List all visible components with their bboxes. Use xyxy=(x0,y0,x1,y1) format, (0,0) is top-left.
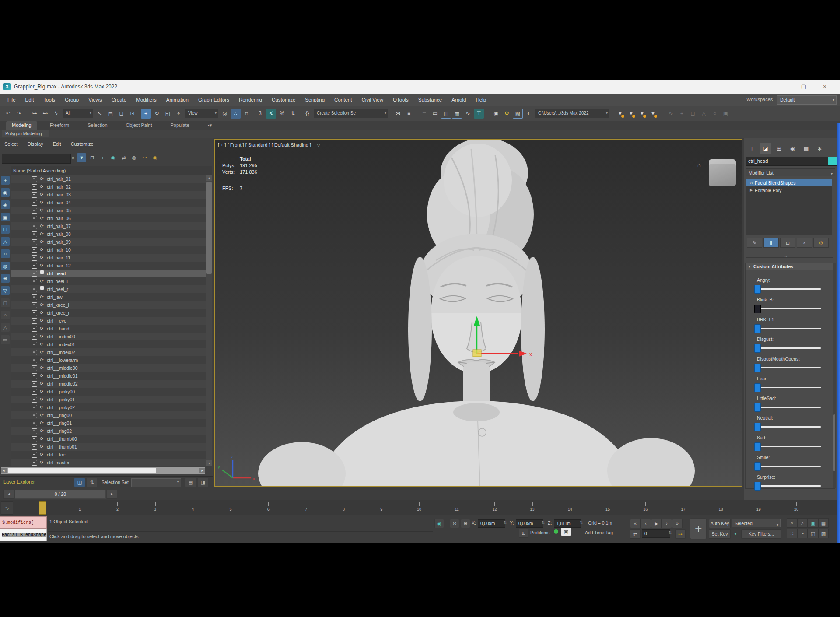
key-mode-toggle-icon[interactable]: ⇄ xyxy=(630,529,640,539)
absolute-mode-icon[interactable]: ⊕ xyxy=(461,519,470,528)
use-pivot-point-center-icon[interactable]: ◎ xyxy=(220,109,230,119)
remove-modifier-button[interactable]: × xyxy=(797,238,812,248)
set-key-button[interactable]: Set Key xyxy=(709,529,731,539)
filter-toggle-2-icon[interactable]: ◉ xyxy=(1,188,10,197)
select-object-icon[interactable]: ↖ xyxy=(94,109,105,119)
list-item[interactable]: ⟳ctrl_l_index01 xyxy=(11,340,206,348)
viewport[interactable]: x x z y [ + ] [ Front ] [ Standard ] [ D… xyxy=(214,139,742,487)
show-end-result-button[interactable]: ‖ xyxy=(763,238,779,248)
rollout-header[interactable]: ▼ Custom Attributes xyxy=(746,263,834,270)
extra-tool-6-icon[interactable]: ▣ xyxy=(721,109,731,119)
problems-label[interactable]: Problems xyxy=(530,530,550,535)
layer-manager-icon[interactable]: ≣ xyxy=(419,109,429,119)
menu-tools[interactable]: Tools xyxy=(38,94,60,106)
object-name-field[interactable]: ctrl_head xyxy=(746,157,828,166)
ribbon-tab-populate[interactable]: Populate xyxy=(164,121,195,130)
filter-toggle-off-3-icon[interactable]: △ xyxy=(1,323,10,332)
field-of-view-icon[interactable]: ◱ xyxy=(808,529,818,538)
attribute-slider[interactable] xyxy=(754,462,821,470)
lock-selection-icon[interactable]: ⊙ xyxy=(450,519,459,528)
ribbon-tab-selection[interactable]: Selection xyxy=(82,121,113,130)
x-spinner[interactable]: ⇅ xyxy=(504,520,507,525)
menu-views[interactable]: Views xyxy=(84,94,106,106)
list-item[interactable]: ctrl_heel_r xyxy=(11,285,206,293)
attribute-slider[interactable] xyxy=(754,324,821,332)
attribute-slider[interactable] xyxy=(754,305,821,312)
render-preset-4-icon[interactable]: ▼ xyxy=(648,109,658,119)
frame-spinner[interactable]: ⇅ xyxy=(668,530,672,535)
menu-create[interactable]: Create xyxy=(107,94,132,106)
make-unique-button[interactable]: ⊡ xyxy=(780,238,795,248)
slider-track[interactable] xyxy=(754,446,821,447)
list-item[interactable]: ⟳ctrl_l_pinky01 xyxy=(11,396,206,403)
slider-handle[interactable] xyxy=(754,344,761,353)
ribbon-tab-modeling[interactable]: Modeling xyxy=(6,121,37,130)
ribbon-tab-object-paint[interactable]: Object Paint xyxy=(120,121,158,130)
list-item[interactable]: ⟳ctrl_l_pinky00 xyxy=(11,388,206,396)
list-item[interactable]: ⟳ctrl_hair_08 xyxy=(11,230,206,238)
zoom-icon[interactable]: ⌕ xyxy=(787,518,797,528)
render-preset-2-icon[interactable]: ▼ xyxy=(626,109,636,119)
filter-toggle-off-4-icon[interactable]: ▭ xyxy=(1,335,10,344)
curve-editor-icon[interactable]: ∿ xyxy=(463,109,473,119)
slider-handle[interactable] xyxy=(754,482,761,491)
mini-curve-editor-icon[interactable]: ∿ xyxy=(1,501,13,515)
key-filters-button[interactable]: Key Filters... xyxy=(741,529,781,539)
home-icon[interactable]: ⌂ xyxy=(697,162,701,168)
panel-scrollbar[interactable] xyxy=(833,263,836,488)
filter-toggle-7-icon[interactable]: ○ xyxy=(1,249,10,258)
slider-handle[interactable] xyxy=(754,423,761,431)
list-item[interactable]: ⟳ctrl_hair_04 xyxy=(11,199,206,207)
explorer-menu-customize[interactable]: Customize xyxy=(71,141,94,147)
render-preset-3-icon[interactable]: ▼ xyxy=(637,109,647,119)
filter-toggle-6-icon[interactable]: △ xyxy=(1,237,10,246)
viewport-label[interactable]: [ + ] [ Front ] [ Standard ] [ Default S… xyxy=(218,142,320,147)
named-selection-sets-dropdown[interactable]: Create Selection Se xyxy=(314,109,388,118)
maxscript-listener-line[interactable]: Facial_BlendShapes xyxy=(0,529,47,541)
snaps-toggle-icon[interactable]: 3 xyxy=(255,109,265,119)
list-item[interactable]: ⟳ctrl_l_ring02 xyxy=(11,427,206,435)
list-item[interactable]: ⟳ctrl_hair_02 xyxy=(11,183,206,191)
list-item[interactable]: ⟳ctrl_hair_10 xyxy=(11,246,206,254)
menu-rendering[interactable]: Rendering xyxy=(234,94,267,106)
filter-toggle-5-icon[interactable]: ◻ xyxy=(1,225,10,234)
slider-track[interactable] xyxy=(754,426,821,428)
slider-track[interactable] xyxy=(754,328,821,329)
attribute-slider[interactable] xyxy=(754,423,821,431)
configure-modifier-sets-button[interactable]: ⚙ xyxy=(813,238,829,248)
explorer-mode-icon[interactable]: ◫ xyxy=(74,478,85,487)
slider-track[interactable] xyxy=(754,485,821,487)
slider-handle[interactable] xyxy=(754,403,761,412)
workspace-dropdown[interactable]: Default ▾ xyxy=(777,95,836,105)
render-setup-icon[interactable]: ⚙ xyxy=(502,109,512,119)
material-editor-icon[interactable]: ◉ xyxy=(491,109,501,119)
reference-coordinate-system-dropdown[interactable]: View xyxy=(185,109,218,118)
filter-toggle-3-icon[interactable]: ◈ xyxy=(1,200,10,209)
modifier-stack-item[interactable]: ▶Editable Poly xyxy=(746,186,832,194)
next-range-icon[interactable]: ► xyxy=(107,490,117,499)
list-item[interactable]: ⟳ctrl_l_ring00 xyxy=(11,411,206,419)
percent-snap-toggle-icon[interactable]: % xyxy=(277,109,287,119)
menu-customize[interactable]: Customize xyxy=(267,94,300,106)
list-item[interactable]: ⟳ctrl_l_pinky02 xyxy=(11,403,206,411)
unlink-selection-icon[interactable]: ⊷ xyxy=(40,109,50,119)
extra-tool-2-icon[interactable]: ＋ xyxy=(677,109,687,119)
selection-filter-dropdown[interactable]: All xyxy=(63,109,93,118)
display-filter-icon[interactable]: ▼ xyxy=(77,153,86,162)
align-icon[interactable]: ≡ xyxy=(404,109,414,119)
z-spinner[interactable]: ⇅ xyxy=(580,520,583,525)
explorer-menu-select[interactable]: Select xyxy=(4,141,18,147)
spinner-snap-toggle-icon[interactable]: ⇅ xyxy=(288,109,298,119)
lightbulb-icon[interactable]: ⊙ xyxy=(748,181,755,185)
filter-toggle-4-icon[interactable]: ▣ xyxy=(1,213,10,221)
zoom-all-icon[interactable]: ⌕ xyxy=(797,518,808,528)
vertical-scroll-thumb[interactable] xyxy=(206,182,212,274)
mirror-icon[interactable]: ⋈ xyxy=(393,109,403,119)
menu-graph-editors[interactable]: Graph Editors xyxy=(193,94,234,106)
list-item[interactable]: ⟳ctrl_l_hand xyxy=(11,325,206,333)
macro-recorder-line[interactable]: $.modifiers[ xyxy=(0,516,47,529)
select-and-manipulate-icon[interactable]: ∴ xyxy=(231,109,241,119)
slider-handle[interactable] xyxy=(754,364,761,372)
rectangular-selection-region-icon[interactable]: ◻ xyxy=(116,109,126,119)
list-item[interactable]: ⟳ctrl_hair_11 xyxy=(11,254,206,262)
